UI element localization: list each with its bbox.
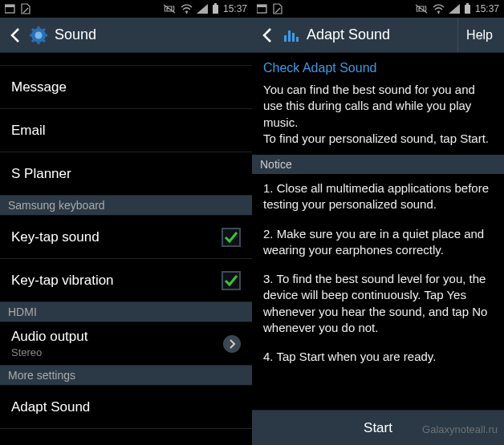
- signal-icon: [197, 4, 208, 14]
- description: You can find the best sound for you and …: [252, 79, 504, 155]
- svg-point-9: [437, 12, 439, 14]
- header-title: Adapt Sound: [307, 26, 457, 43]
- list-item-splanner[interactable]: S Planner: [0, 152, 252, 196]
- equalizer-icon: [279, 24, 302, 47]
- clock: 15:37: [223, 3, 247, 14]
- vibrate-icon: [162, 3, 177, 14]
- list-item-audio-output[interactable]: Audio output Stereo: [0, 322, 252, 366]
- svg-rect-15: [296, 37, 299, 42]
- header-title: Sound: [55, 26, 249, 43]
- start-label: Start: [364, 420, 392, 436]
- clock: 15:37: [475, 3, 499, 14]
- row-sublabel: Stereo: [11, 346, 223, 358]
- row-label: Key-tap sound: [11, 229, 222, 245]
- notice-4: 4. Tap Start when you are ready.: [252, 342, 504, 371]
- notice-3: 3. To find the best sound level for you,…: [252, 265, 504, 342]
- sound-list: Message Email S Planner Samsung keyboard…: [0, 53, 252, 445]
- section-samsung-keyboard: Samsung keyboard: [0, 196, 252, 216]
- status-bar: 15:37: [252, 0, 504, 18]
- chevron-right-icon: [223, 335, 241, 353]
- svg-rect-10: [465, 5, 470, 14]
- list-item-keytap-sound[interactable]: Key-tap sound: [0, 216, 252, 259]
- header-sound: Sound: [0, 18, 252, 53]
- notice-2: 2. Make sure you are in a quiet place an…: [252, 220, 504, 265]
- svg-rect-8: [257, 5, 266, 7]
- doc-icon: [273, 3, 282, 14]
- desc-line1: You can find the best sound for you and …: [263, 83, 475, 129]
- notice-header: Notice: [252, 155, 504, 174]
- start-button[interactable]: Start: [252, 410, 504, 445]
- section-hdmi: HDMI: [0, 302, 252, 322]
- svg-rect-11: [466, 3, 469, 5]
- svg-rect-14: [292, 33, 295, 42]
- adapt-content: Check Adapt Sound You can find the best …: [252, 53, 504, 445]
- window-icon: [5, 4, 16, 14]
- battery-icon: [464, 3, 471, 14]
- checkbox[interactable]: [222, 228, 241, 247]
- vibrate-icon: [414, 3, 429, 14]
- status-bar: 15:37: [0, 0, 252, 18]
- wifi-icon: [181, 4, 193, 14]
- list-item-message[interactable]: Message: [0, 66, 252, 109]
- row-label: Message: [11, 79, 241, 95]
- signal-icon: [449, 4, 460, 14]
- back-button[interactable]: [255, 27, 279, 43]
- section-more-settings: More settings: [0, 366, 252, 386]
- phone-left: 15:37 Sound Message Email S Planner Sams…: [0, 0, 252, 445]
- svg-point-2: [185, 12, 187, 14]
- gear-icon: [27, 24, 50, 47]
- list-item-keytap-vibration[interactable]: Key-tap vibration: [0, 259, 252, 302]
- row-label: Adapt Sound: [11, 399, 241, 415]
- window-icon: [257, 4, 268, 14]
- doc-icon: [21, 3, 30, 14]
- svg-rect-4: [214, 3, 217, 5]
- header-adapt-sound: Adapt Sound Help: [252, 18, 504, 53]
- check-adapt-title: Check Adapt Sound: [252, 53, 504, 79]
- notice-1: 1. Close all multimedia applications bef…: [252, 174, 504, 220]
- row-label: Audio output: [11, 329, 223, 345]
- help-button[interactable]: Help: [457, 18, 501, 52]
- svg-rect-13: [288, 30, 291, 42]
- phone-right: 15:37 Adapt Sound Help Check Adapt Sound…: [252, 0, 504, 445]
- list-item-adapt-sound[interactable]: Adapt Sound: [0, 386, 252, 429]
- list-item-email[interactable]: Email: [0, 109, 252, 152]
- svg-rect-1: [5, 5, 14, 7]
- svg-rect-3: [213, 5, 218, 14]
- battery-icon: [212, 3, 219, 14]
- checkbox[interactable]: [222, 271, 241, 290]
- row-label: S Planner: [11, 166, 241, 182]
- list-item[interactable]: [0, 53, 252, 66]
- svg-rect-12: [284, 35, 287, 42]
- row-label: Email: [11, 123, 241, 139]
- wifi-icon: [433, 4, 445, 14]
- desc-line2: To find your personalized sound, tap Sta…: [263, 131, 489, 145]
- back-button[interactable]: [3, 27, 27, 43]
- row-label: Key-tap vibration: [11, 273, 222, 289]
- svg-point-6: [35, 31, 43, 38]
